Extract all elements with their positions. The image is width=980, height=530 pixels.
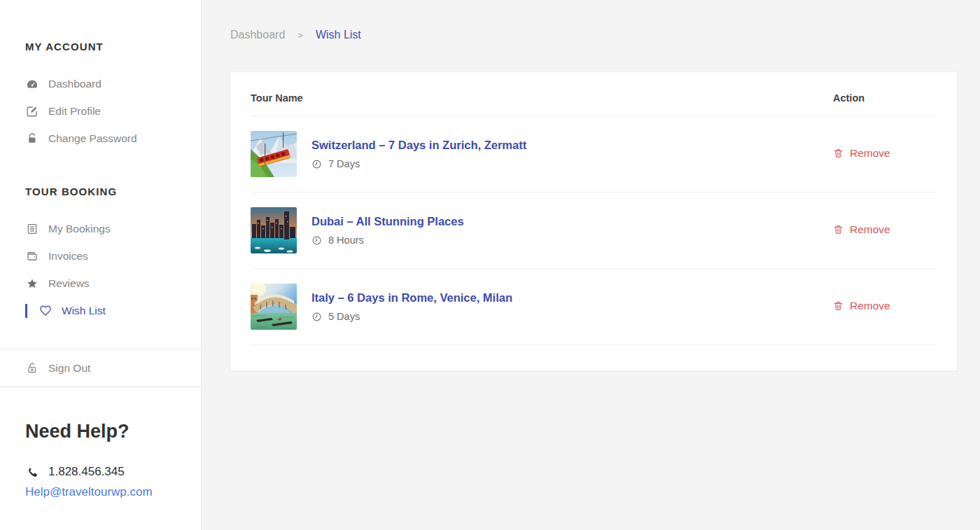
action-cell: Remove: [833, 223, 937, 238]
action-cell: Remove: [833, 300, 937, 314]
tour-duration-text: 8 Hours: [328, 235, 364, 246]
action-cell: Remove: [833, 147, 937, 162]
wishlist-row-dubai: Dubai – All Stunning Places 8 Hours Remo…: [251, 193, 937, 269]
tour-thumbnail-dubai-marina: [251, 207, 297, 253]
wishlist-card: Tour Name Action: [230, 71, 958, 371]
sidebar-section-title-tour-booking: TOUR BOOKING: [25, 186, 201, 197]
tour-duration-text: 5 Days: [328, 311, 360, 322]
sidebar-item-label: Change Password: [48, 132, 137, 145]
tour-duration-text: 7 Days: [328, 158, 360, 169]
star-icon: [25, 277, 38, 290]
clock-icon: [312, 159, 322, 169]
remove-button[interactable]: Remove: [833, 300, 890, 312]
clock-icon: [312, 235, 322, 246]
sidebar-item-sign-out[interactable]: Sign Out: [0, 354, 201, 382]
sidebar-divider: [0, 349, 201, 349]
sidebar-item-edit-profile[interactable]: Edit Profile: [0, 97, 201, 125]
help-phone-row: 1.828.456.345: [25, 465, 201, 479]
remove-button[interactable]: Remove: [833, 147, 890, 160]
column-header-tour-name: Tour Name: [251, 92, 833, 104]
sidebar-item-wish-list[interactable]: Wish List: [0, 297, 201, 324]
sidebar-divider: [0, 386, 201, 387]
need-help-title: Need Help?: [25, 421, 201, 442]
breadcrumb-current-page: Wish List: [316, 29, 361, 41]
my-account-nav: Dashboard Edit Profile Change Password: [0, 70, 201, 152]
tour-info: Switzerland – 7 Days in Zurich, Zermatt …: [312, 139, 833, 169]
phone-icon: [25, 466, 38, 479]
trash-icon: [833, 148, 844, 158]
sidebar-item-reviews[interactable]: Reviews: [0, 270, 201, 297]
sidebar-item-label: Sign Out: [48, 362, 90, 375]
tour-info: Italy – 6 Days in Rome, Venice, Milan 5 …: [312, 291, 833, 322]
sidebar-item-label: Edit Profile: [48, 105, 101, 118]
remove-label: Remove: [850, 147, 890, 160]
tour-duration: 5 Days: [312, 311, 833, 322]
wishlist-row-switzerland: Switzerland – 7 Days in Zurich, Zermatt …: [251, 116, 937, 193]
main-content: Dashboard > Wish List Tour Name Action: [202, 0, 980, 530]
trash-icon: [833, 224, 844, 235]
wallet-icon: [25, 249, 38, 263]
breadcrumb-separator-icon: >: [298, 30, 303, 41]
clock-icon: [312, 312, 322, 322]
need-help-section: Need Help? 1.828.456.345 Help@traveltour…: [25, 421, 201, 499]
table-header-row: Tour Name Action: [251, 72, 937, 116]
column-header-action: Action: [833, 92, 937, 104]
remove-label: Remove: [850, 223, 890, 236]
wishlist-row-italy: Italy – 6 Days in Rome, Venice, Milan 5 …: [251, 269, 937, 345]
breadcrumb-dashboard-link[interactable]: Dashboard: [230, 29, 285, 41]
tour-duration: 8 Hours: [312, 235, 833, 246]
breadcrumb: Dashboard > Wish List: [230, 29, 980, 41]
sidebar-item-dashboard[interactable]: Dashboard: [0, 70, 201, 97]
trash-icon: [833, 300, 844, 311]
sidebar-item-label: Reviews: [48, 277, 90, 290]
document-list-icon: [25, 222, 38, 235]
sidebar-item-label: Invoices: [48, 250, 88, 263]
sidebar-item-label: My Bookings: [48, 223, 111, 235]
sidebar-section-title-my-account: MY ACCOUNT: [25, 41, 201, 53]
dashboard-gauge-icon: [25, 77, 38, 90]
sidebar-item-change-password[interactable]: Change Password: [0, 125, 201, 152]
tour-info: Dubai – All Stunning Places 8 Hours: [312, 215, 833, 246]
help-email-link[interactable]: Help@traveltourwp.com: [25, 485, 201, 499]
lock-icon: [25, 132, 38, 145]
tour-title-link[interactable]: Dubai – All Stunning Places: [312, 215, 464, 228]
unlock-icon: [25, 361, 38, 375]
tour-duration: 7 Days: [312, 158, 833, 169]
tour-thumbnail-venice-rialto: [251, 284, 297, 330]
sidebar: MY ACCOUNT Dashboard Edit Profile Change…: [0, 0, 202, 530]
tour-booking-nav: My Bookings Invoices Reviews Wish List: [0, 215, 201, 324]
help-phone-number: 1.828.456.345: [48, 465, 125, 479]
remove-button[interactable]: Remove: [833, 223, 890, 236]
app-window: MY ACCOUNT Dashboard Edit Profile Change…: [0, 0, 980, 530]
remove-label: Remove: [850, 300, 890, 312]
tour-thumbnail-swiss-alps-train: [251, 131, 297, 177]
edit-pen-square-icon: [25, 104, 38, 118]
tour-title-link[interactable]: Italy – 6 Days in Rome, Venice, Milan: [312, 291, 512, 305]
heart-icon: [38, 304, 52, 317]
tour-title-link[interactable]: Switzerland – 7 Days in Zurich, Zermatt: [312, 139, 526, 152]
sidebar-item-my-bookings[interactable]: My Bookings: [0, 215, 201, 242]
sidebar-item-invoices[interactable]: Invoices: [0, 242, 201, 270]
active-indicator: [25, 304, 27, 318]
sidebar-item-label: Wish List: [62, 305, 106, 317]
sidebar-item-label: Dashboard: [48, 78, 102, 90]
